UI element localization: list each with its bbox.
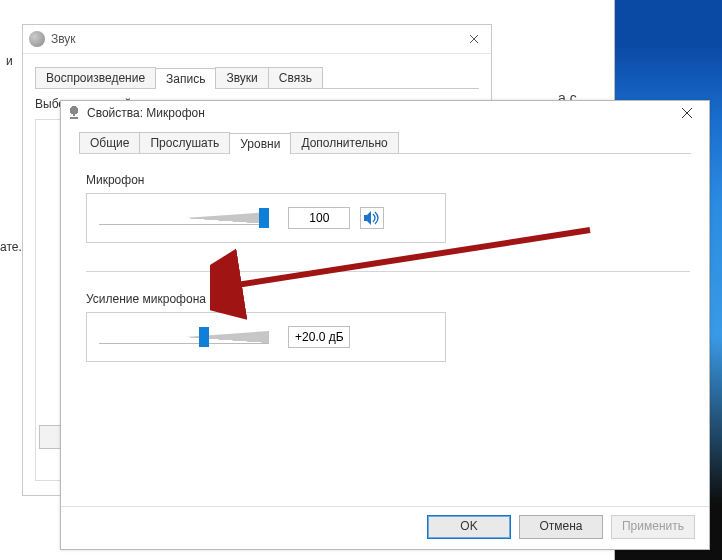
mic-boost-label: Усиление микрофона (86, 292, 690, 306)
apply-button: Применить (611, 515, 695, 539)
tab-playback[interactable]: Воспроизведение (35, 67, 156, 88)
window-title: Свойства: Микрофон (87, 106, 671, 120)
ok-button[interactable]: OK (427, 515, 511, 539)
tab-recording[interactable]: Запись (155, 68, 216, 89)
close-button[interactable] (671, 103, 703, 123)
tab-row: Общие Прослушать Уровни Дополнительно (79, 131, 709, 153)
tab-levels[interactable]: Уровни (229, 133, 291, 154)
mic-properties-dialog: Свойства: Микрофон Общие Прослушать Уров… (60, 100, 710, 550)
close-button[interactable] (463, 28, 485, 50)
mic-level-label: Микрофон (86, 173, 690, 187)
sound-icon (29, 31, 45, 47)
cancel-button[interactable]: Отмена (519, 515, 603, 539)
stray-text: ате. (0, 240, 22, 254)
mute-button[interactable] (360, 207, 384, 229)
title-bar[interactable]: Звук (23, 25, 491, 54)
tab-sounds[interactable]: Звуки (215, 67, 268, 88)
window-title: Звук (51, 32, 463, 46)
tab-row: Воспроизведение Запись Звуки Связь (35, 64, 491, 88)
partial-button[interactable] (39, 425, 61, 449)
divider (86, 271, 690, 272)
tab-listen[interactable]: Прослушать (139, 132, 230, 153)
title-bar[interactable]: Свойства: Микрофон (61, 101, 709, 125)
mic-level-value[interactable]: 100 (288, 207, 350, 229)
mic-level-slider[interactable] (99, 204, 269, 232)
tab-advanced[interactable]: Дополнительно (290, 132, 398, 153)
stray-text: и (6, 54, 13, 68)
tab-communications[interactable]: Связь (268, 67, 323, 88)
mic-boost-slider[interactable] (99, 323, 269, 351)
microphone-icon (67, 106, 81, 120)
tab-general[interactable]: Общие (79, 132, 140, 153)
mic-boost-value[interactable]: +20.0 дБ (288, 326, 350, 348)
